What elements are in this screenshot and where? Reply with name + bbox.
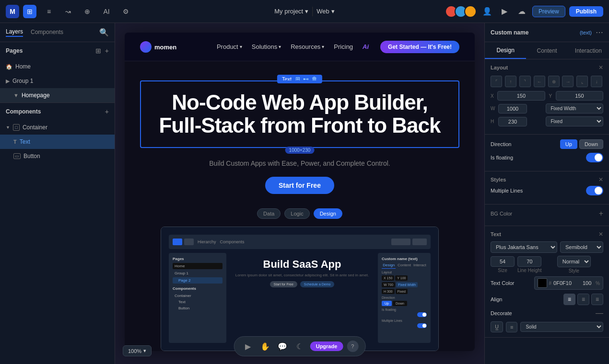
font-family-select[interactable]: Plus Jakarta Sans xyxy=(491,241,557,253)
bg-color-row: BG Color + xyxy=(491,209,603,218)
opacity-input[interactable] xyxy=(580,280,594,286)
platform-selector[interactable]: Web ▾ xyxy=(316,8,335,15)
icon-settings[interactable]: ⚙ xyxy=(119,5,132,18)
direction-label: Direction xyxy=(491,141,560,147)
layout-close-icon[interactable]: ✕ xyxy=(598,64,603,71)
nav-resources[interactable]: Resources ▾ xyxy=(291,43,324,50)
styles-close-icon[interactable]: ✕ xyxy=(598,176,603,183)
tab-data[interactable]: Data xyxy=(257,208,281,219)
underline-button[interactable]: U̲ xyxy=(491,321,503,332)
icon-layers[interactable]: ⊞ xyxy=(23,5,36,18)
align-ml[interactable]: ← xyxy=(534,76,545,87)
nav-product[interactable]: Product ▾ xyxy=(217,43,242,50)
direction-down-button[interactable]: Down xyxy=(579,139,603,149)
align-bl[interactable]: ⌞ xyxy=(576,76,588,87)
duplicate-page-icon[interactable]: ⊞ xyxy=(95,47,101,55)
zoom-indicator[interactable]: 100% ▾ xyxy=(123,345,152,356)
font-size-input[interactable] xyxy=(491,256,515,267)
tool-hand[interactable]: ✋ xyxy=(258,340,272,353)
tool-moon[interactable]: ☾ xyxy=(293,340,306,353)
search-icon[interactable]: 🔍 xyxy=(99,28,109,37)
align-label: Align xyxy=(491,296,563,302)
line-height-input[interactable] xyxy=(517,256,541,267)
upgrade-button[interactable]: Upgrade xyxy=(310,341,343,351)
tab-components[interactable]: Components xyxy=(31,29,63,36)
floating-toggle[interactable] xyxy=(586,153,603,162)
page-item-home[interactable]: 🏠 Home xyxy=(0,59,115,74)
users-icon[interactable]: 👤 xyxy=(480,5,494,18)
text-icon: T xyxy=(13,139,17,145)
text-color-swatch-group[interactable]: # % xyxy=(534,276,603,290)
align-center-button[interactable]: ≡ xyxy=(577,294,589,305)
h-input[interactable] xyxy=(498,117,527,126)
hero-cta-button[interactable]: Start for Free xyxy=(265,177,334,194)
page-icon: ▼ xyxy=(13,92,19,98)
cloud-icon[interactable]: ☁ xyxy=(515,5,528,18)
toggle-knob xyxy=(595,154,602,161)
tab-layers[interactable]: Layers xyxy=(6,28,23,37)
hero-title-selection[interactable]: No-Code Web App Builder, Full-Stack from… xyxy=(140,80,459,148)
tab-content[interactable]: Content xyxy=(526,42,567,59)
page-item-homepage[interactable]: ▼ Homepage xyxy=(0,88,115,102)
tab-logic[interactable]: Logic xyxy=(284,208,309,219)
project-name[interactable]: My project ▾ xyxy=(274,8,308,15)
add-component-icon[interactable]: + xyxy=(105,108,109,115)
align-tr[interactable]: ⌝ xyxy=(519,76,531,87)
layout-section: Layout ✕ ⌜ ↑ ⌝ ← ⊕ → ⌞ ↓ X Y xyxy=(485,59,609,135)
width-row: W Fixed Width xyxy=(491,103,603,114)
h-label: H xyxy=(491,119,496,124)
comp-item-text[interactable]: T Text xyxy=(0,135,115,149)
line-style-select[interactable]: Solid Dashed Dotted xyxy=(520,322,603,332)
align-bc[interactable]: ↓ xyxy=(591,76,602,87)
x-input[interactable] xyxy=(497,91,545,101)
text-color-swatch xyxy=(538,278,547,288)
direction-up-button[interactable]: Up xyxy=(560,139,577,149)
tool-comment[interactable]: 💬 xyxy=(276,340,289,353)
help-button[interactable]: ? xyxy=(347,341,358,352)
decorate-buttons: U̲ ≡ Solid Dashed Dotted xyxy=(491,321,603,332)
align-mc[interactable]: ⊕ xyxy=(548,76,560,87)
nav-pricing[interactable]: Pricing xyxy=(334,43,353,50)
text-style-select[interactable]: Normal xyxy=(557,256,591,267)
icon-tree[interactable]: ⊕ xyxy=(81,5,94,18)
nav-cta-button[interactable]: Get Started — It's Free! xyxy=(380,41,459,53)
direction-section: Direction Up Down Is floating xyxy=(485,135,609,171)
add-page-icon[interactable]: + xyxy=(105,47,109,55)
play-icon[interactable]: ▶ xyxy=(498,5,511,18)
hash-symbol: # xyxy=(549,281,552,286)
text-color-hex-input[interactable] xyxy=(553,280,578,286)
icon-ai[interactable]: AI xyxy=(100,5,113,18)
multiple-lines-toggle[interactable] xyxy=(586,186,603,195)
y-input[interactable] xyxy=(556,91,603,101)
canvas-inner: momen Product ▾ Solutions ▾ Re xyxy=(115,23,484,364)
layout-section-header: Layout ✕ xyxy=(491,64,603,71)
publish-button[interactable]: Publish xyxy=(569,6,603,17)
more-options-icon[interactable]: ⋯ xyxy=(596,28,603,37)
align-tc[interactable]: ↑ xyxy=(505,76,516,87)
font-weight-select[interactable]: Semibold xyxy=(560,241,603,253)
width-mode-select[interactable]: Fixed Width xyxy=(546,103,604,114)
align-tl[interactable]: ⌜ xyxy=(491,76,502,87)
text-section-close[interactable]: ✕ xyxy=(598,231,603,238)
align-left-button[interactable]: ≡ xyxy=(563,294,575,305)
preview-button[interactable]: Preview xyxy=(532,6,565,17)
tab-design[interactable]: Design xyxy=(485,42,526,59)
align-right-button[interactable]: ≡ xyxy=(591,294,603,305)
hero-subtitle: Build Custom Apps with Ease, Power, and … xyxy=(140,159,459,167)
nav-solutions[interactable]: Solutions ▾ xyxy=(252,43,281,50)
y-label: Y xyxy=(549,93,554,99)
height-mode-select[interactable]: Fixed xyxy=(546,116,604,126)
icon-flow[interactable]: ↝ xyxy=(61,5,75,18)
comp-item-container[interactable]: ▼ □ Container xyxy=(0,120,115,135)
icon-database[interactable]: ≡ xyxy=(42,5,56,18)
tab-design[interactable]: Design xyxy=(314,208,342,219)
page-item-group1[interactable]: ▶ Group 1 xyxy=(0,74,115,88)
decorate-minus-icon[interactable]: — xyxy=(596,309,603,318)
tab-interaction[interactable]: Interaction xyxy=(568,42,609,59)
strikethrough-button[interactable]: ≡ xyxy=(506,322,517,332)
comp-item-button[interactable]: ▭ Button xyxy=(0,149,115,163)
tool-arrow[interactable]: ▶ xyxy=(241,340,255,353)
w-input[interactable] xyxy=(498,104,527,114)
add-bg-color-icon[interactable]: + xyxy=(599,209,603,218)
align-mr[interactable]: → xyxy=(562,76,574,87)
